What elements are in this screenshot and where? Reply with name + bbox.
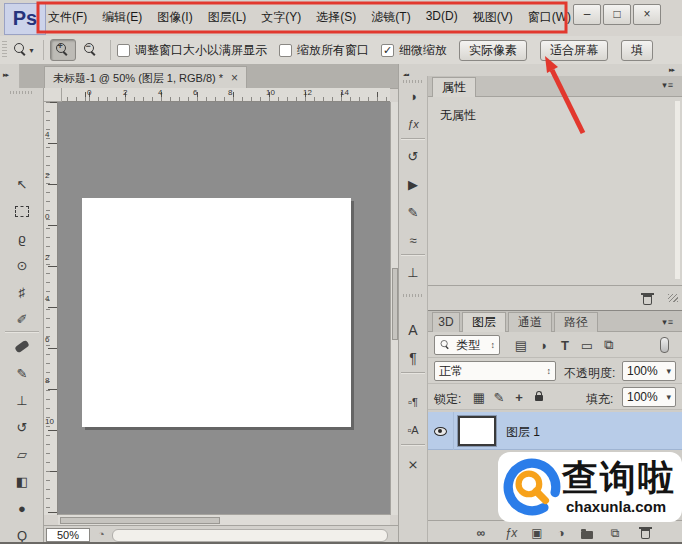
brush-presets-panel-icon[interactable]: ≈ [404, 231, 422, 249]
layer-group-icon[interactable] [578, 525, 596, 541]
canvas-area[interactable] [58, 102, 390, 515]
scrollbar-thumb[interactable] [60, 517, 220, 524]
brush-panel-icon[interactable]: ✎ [404, 203, 422, 221]
zoom-level-field[interactable]: 50% [46, 528, 90, 542]
resize-grip-icon[interactable] [668, 294, 678, 302]
history-brush-tool[interactable]: ↺ [12, 418, 32, 436]
menu-image[interactable]: 图像(I) [157, 9, 192, 26]
layer-row-selected[interactable]: 图层 1 [428, 412, 682, 450]
horizontal-scrollbar[interactable] [58, 514, 390, 525]
lock-image-pixels-icon[interactable]: ✎ [490, 388, 508, 406]
menu-3d[interactable]: 3D(D) [426, 9, 458, 26]
history-panel-icon[interactable]: ↺ [404, 147, 422, 165]
layer-name[interactable]: 图层 1 [506, 424, 540, 441]
gradient-tool[interactable]: ◧ [12, 472, 32, 490]
menu-edit[interactable]: 编辑(E) [102, 9, 142, 26]
menu-layer[interactable]: 图层(L) [208, 9, 247, 26]
styles-panel-icon[interactable]: ƒx [404, 115, 422, 133]
menu-type[interactable]: 文字(Y) [261, 9, 301, 26]
lock-all-icon[interactable] [530, 387, 548, 405]
tab-properties[interactable]: 属性 [432, 77, 476, 97]
paragraph-panel-icon[interactable]: ¶ [404, 349, 422, 367]
lock-position-icon[interactable]: + [510, 388, 528, 406]
fill-select[interactable]: 100% ▾ [622, 387, 676, 407]
blur-tool[interactable]: ● [12, 499, 32, 517]
actions-panel-icon[interactable]: ▶ [404, 175, 422, 193]
link-layers-icon[interactable]: ∞ [472, 525, 490, 541]
menu-view[interactable]: 视图(V) [473, 9, 513, 26]
filter-type-layers-icon[interactable]: T [556, 336, 574, 354]
close-button[interactable]: × [633, 4, 661, 25]
tab-channels[interactable]: 通道 [508, 312, 552, 332]
zoom-in-button[interactable]: + [50, 39, 76, 61]
eye-icon[interactable] [434, 427, 447, 436]
eraser-tool[interactable]: ▱ [12, 445, 32, 463]
resize-window-checkbox[interactable] [117, 44, 130, 57]
zoom-tool-preset[interactable]: ▾ [11, 39, 37, 61]
document-info-field[interactable] [112, 529, 388, 542]
panel-menu-icon[interactable]: ▾≡ [662, 80, 674, 90]
tab-paths[interactable]: 路径 [554, 312, 598, 332]
filter-toggle-switch[interactable] [660, 337, 669, 353]
spot-healing-brush-tool[interactable] [12, 337, 32, 355]
lock-transparent-pixels-icon[interactable]: ▦ [470, 388, 488, 406]
toolbar-expand-header[interactable]: ▸▸ [0, 64, 20, 88]
opacity-select[interactable]: 100% ▾ [622, 361, 676, 381]
menu-select[interactable]: 选择(S) [316, 9, 356, 26]
ruler-number: 2 [45, 253, 49, 262]
new-layer-icon[interactable]: ⧉ [606, 525, 624, 541]
fill-screen-button[interactable]: 填 [621, 40, 653, 61]
ruler-corner[interactable] [44, 88, 62, 102]
rectangular-marquee-tool[interactable] [12, 202, 32, 220]
scrubby-zoom-checkbox[interactable]: ✓ [381, 44, 394, 57]
filter-adjustment-layers-icon[interactable]: ◑ [534, 336, 552, 354]
actual-pixels-button[interactable]: 实际像素 [459, 40, 527, 61]
menu-filter[interactable]: 滤镜(T) [371, 9, 410, 26]
fit-screen-button[interactable]: 适合屏幕 [540, 40, 608, 61]
dock-collapse-header[interactable]: ▸▸ [428, 64, 682, 76]
tab-3d[interactable]: 3D [432, 312, 460, 332]
eyedropper-tool[interactable]: ✐ [12, 310, 32, 328]
character-styles-panel-icon[interactable]: ▫¶ [404, 393, 422, 411]
layer-effects-icon[interactable]: ƒx [502, 525, 520, 541]
trash-icon[interactable] [638, 291, 656, 307]
lasso-tool[interactable]: ϱ [12, 229, 32, 247]
quick-selection-tool[interactable]: ⊙ [12, 256, 32, 274]
paragraph-styles-panel-icon[interactable]: ▫A [404, 421, 422, 439]
tool-presets-panel-icon[interactable]: ⨯ [404, 455, 422, 473]
layer-mask-icon[interactable]: ▣ [528, 525, 546, 541]
filter-shape-layers-icon[interactable]: ▭ [578, 336, 596, 354]
blend-mode-row: 正常 ↕ 不透明度: 100% ▾ [428, 358, 682, 384]
layer-filter-select[interactable]: 类型 ↕ [434, 335, 500, 355]
crop-tool[interactable]: ♯ [12, 283, 32, 301]
character-panel-icon[interactable]: A [404, 321, 422, 339]
tab-layers[interactable]: 图层 [462, 312, 506, 332]
zoom-all-windows-checkbox[interactable] [279, 44, 292, 57]
panel-menu-icon[interactable]: ▾≡ [662, 317, 674, 327]
icon-strip-expand-header[interactable]: ◂◂ [398, 64, 428, 76]
adjustments-panel-icon[interactable]: ◑ [404, 87, 422, 105]
visibility-cell[interactable] [428, 412, 454, 450]
dodge-tool[interactable]: Ϙ [12, 526, 32, 544]
move-icon: ↖ [17, 177, 28, 192]
layer-thumbnail[interactable] [458, 416, 496, 446]
minimize-button[interactable]: – [573, 4, 601, 25]
ruler-number: 12 [303, 88, 312, 97]
clone-stamp-tool[interactable]: ⊥ [12, 391, 32, 409]
filter-pixel-layers-icon[interactable]: ▤ [512, 336, 530, 354]
blend-mode-select[interactable]: 正常 ↕ [434, 361, 556, 381]
filter-smart-objects-icon[interactable]: ⧉ [600, 336, 618, 354]
close-icon[interactable]: × [231, 71, 238, 85]
move-tool[interactable]: ↖ [12, 175, 32, 193]
clone-source-panel-icon[interactable]: ⊥ [404, 263, 422, 281]
brush-tool[interactable]: ✎ [12, 364, 32, 382]
zoom-out-button[interactable]: − [78, 39, 104, 61]
menu-window[interactable]: 窗口(W) [528, 9, 571, 26]
crop-icon: ♯ [19, 285, 26, 300]
maximize-button[interactable]: □ [603, 4, 631, 25]
adjustment-layer-icon[interactable]: ◑ [552, 525, 570, 541]
menu-file[interactable]: 文件(F) [48, 9, 87, 26]
delete-layer-icon[interactable] [636, 525, 654, 541]
document-canvas[interactable] [82, 198, 351, 427]
document-tab[interactable]: 未标题-1 @ 50% (图层 1, RGB/8) * × [44, 66, 247, 89]
